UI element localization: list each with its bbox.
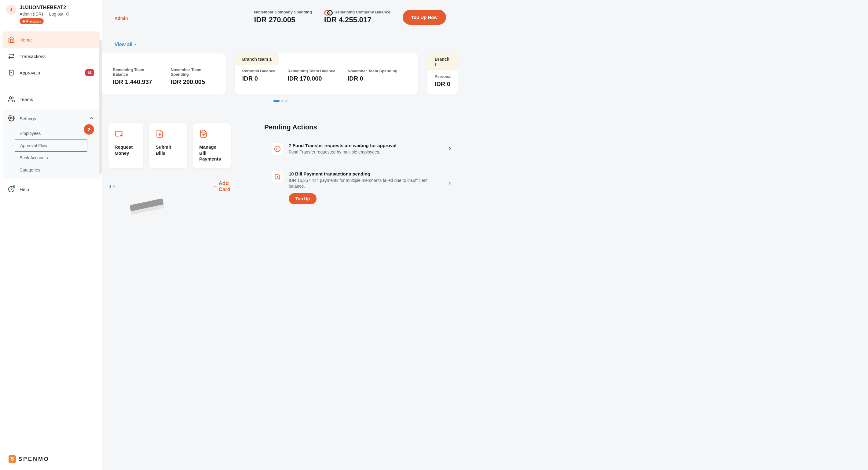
team-metric-label: Remaining Team Balance	[113, 67, 159, 77]
tile-request-money[interactable]: RequestMoney	[108, 123, 143, 168]
sidebar-item-categories[interactable]: Categories	[2, 164, 100, 176]
tile-submit-bills[interactable]: SubmitBills	[149, 123, 187, 168]
admin-label: Admin	[115, 16, 128, 21]
sidebar-item-teams[interactable]: Teams	[2, 91, 100, 107]
tile-manage-bill-payments[interactable]: ManageBill Payments	[193, 123, 231, 168]
company-spending-metric: November Company Spending IDR 270.005	[254, 10, 312, 24]
settings-section: Settings 2 Employees Approval Flow Bank …	[2, 110, 100, 178]
approvals-icon	[8, 69, 15, 76]
request-money-icon	[115, 129, 137, 139]
carousel-dot[interactable]	[285, 100, 287, 102]
carousel-dot[interactable]	[274, 100, 280, 102]
pending-actions-panel: Pending Actions 7 Fund Transfer requests…	[264, 123, 458, 210]
pending-action-item[interactable]: 7 Fund Transfer requests are waiting for…	[264, 137, 458, 161]
logout-icon	[64, 12, 69, 16]
sidebar-item-label: Teams	[20, 97, 94, 102]
premium-badge: ◆ Premium	[20, 18, 44, 24]
view-all-label: ll	[108, 184, 111, 189]
user-role: Admin (IDR)	[20, 11, 43, 16]
transactions-icon	[8, 53, 15, 60]
view-all-link[interactable]: ll	[108, 184, 116, 189]
svg-point-1	[10, 117, 12, 119]
team-name: Branch team 1	[242, 57, 272, 62]
view-all-link[interactable]: View all	[115, 42, 137, 47]
sidebar-item-approvals[interactable]: Approvals 52	[2, 64, 100, 81]
diamond-icon: ◆	[23, 19, 25, 23]
carousel-dot[interactable]	[281, 100, 283, 102]
topup-button[interactable]: Top Up	[289, 193, 316, 204]
metric-value: IDR 270.005	[254, 15, 312, 24]
team-card[interactable]: Branch t Personal IDR 0	[428, 54, 458, 94]
pending-action-item[interactable]: 10 Bill Payment transactions pending IDR…	[264, 166, 458, 210]
card-illustration	[130, 202, 243, 208]
sidebar-item-label: Settings	[20, 116, 36, 121]
tile-label: ManageBill Payments	[199, 144, 224, 162]
pending-actions-title: Pending Actions	[264, 123, 458, 131]
pending-item-sub: Fund Transfer requested by multiple empl…	[289, 149, 441, 155]
settings-submenu: 2 Employees Approval Flow Bank Accounts …	[2, 127, 100, 176]
pending-item-title: 10 Bill Payment transactions pending	[289, 171, 441, 176]
approvals-count-badge: 52	[85, 69, 94, 76]
team-card[interactable]: Remaining Team Balance IDR 1.440.937 Nov…	[96, 54, 226, 94]
company-balance-metric: Remaining Company Balance IDR 4.255.017	[324, 10, 391, 24]
carousel-dots	[102, 100, 458, 102]
step-marker: 2	[84, 124, 94, 135]
logout-button[interactable]: Log out	[49, 11, 69, 16]
metric-label: November Company Spending	[254, 10, 312, 14]
sidebar-item-help[interactable]: Help	[2, 181, 100, 198]
team-metric-value: IDR 200.005	[171, 78, 218, 86]
team-metric-value: IDR 1.440.937	[113, 78, 159, 86]
chevron-right-icon	[112, 184, 116, 188]
sidebar-item-transactions[interactable]: Transactions	[2, 48, 100, 64]
plus-icon	[214, 184, 216, 189]
separator: |	[45, 11, 47, 16]
team-card[interactable]: Branch team 1 Personal Balance IDR 0 Rem…	[235, 54, 418, 94]
team-metric-label: Personal Balance	[242, 69, 275, 73]
team-cards-row: Remaining Team Balance IDR 1.440.937 Nov…	[96, 54, 458, 94]
topup-now-button[interactable]: Top Up Now	[403, 10, 446, 25]
sidebar-item-home[interactable]: Home	[2, 31, 100, 48]
team-metric-value: IDR 0	[435, 80, 452, 88]
premium-label: Premium	[26, 20, 41, 23]
metric-value: IDR 4.255.017	[324, 15, 391, 24]
divider	[0, 86, 102, 86]
team-metric-value: IDR 0	[348, 75, 398, 82]
sidebar-item-settings[interactable]: Settings	[2, 110, 100, 127]
view-all-label: View all	[115, 42, 132, 47]
tile-label: RequestMoney	[115, 144, 137, 156]
sidebar-item-bank-accounts[interactable]: Bank Accounts	[2, 152, 100, 164]
team-metric-label: Personal	[435, 74, 452, 79]
chevron-up-icon	[89, 116, 94, 122]
infinity-icon	[324, 10, 333, 14]
metric-label: Remaining Company Balance	[335, 10, 391, 14]
action-tiles: RequestMoney SubmitBills ManageBill Paym…	[96, 123, 243, 168]
gear-icon	[8, 115, 15, 123]
sidebar-item-label: Home	[20, 37, 94, 42]
bill-icon	[272, 171, 283, 183]
sidebar-item-label: Help	[20, 187, 94, 192]
sidebar-item-approval-flow[interactable]: Approval Flow	[15, 139, 87, 152]
team-name: Branch t	[435, 57, 450, 67]
pending-item-sub: IDR 16,357,414 payments for multiple mer…	[289, 178, 441, 190]
home-icon	[8, 36, 15, 43]
team-metric-value: IDR 170.000	[287, 75, 336, 82]
manage-bills-icon	[199, 129, 224, 139]
tile-label: SubmitBills	[156, 144, 181, 156]
sidebar-item-label: Transactions	[20, 54, 94, 59]
user-info: JUJUONTHEBEAT2 Admin (IDR) | Log out ◆ P…	[20, 5, 96, 24]
chevron-right-icon	[133, 43, 137, 46]
avatar: J	[6, 5, 16, 15]
teams-icon	[8, 96, 15, 103]
chevron-right-icon	[447, 180, 453, 187]
transfer-icon	[272, 143, 283, 155]
add-card-button[interactable]: Add Card	[214, 180, 232, 193]
pending-item-title: 7 Fund Transfer requests are waiting for…	[289, 143, 441, 148]
submit-bills-icon	[156, 129, 181, 139]
team-metric-value: IDR 0	[242, 75, 275, 82]
chevron-right-icon	[447, 145, 453, 152]
team-metric-label: Remaining Team Balance	[287, 69, 336, 73]
team-metric-label: November Team Spending	[348, 69, 398, 73]
sidebar: J JUJUONTHEBEAT2 Admin (IDR) | Log out ◆…	[0, 0, 102, 248]
team-metric-label: November Team Spending	[171, 67, 218, 77]
user-name: JUJUONTHEBEAT2	[20, 5, 96, 10]
